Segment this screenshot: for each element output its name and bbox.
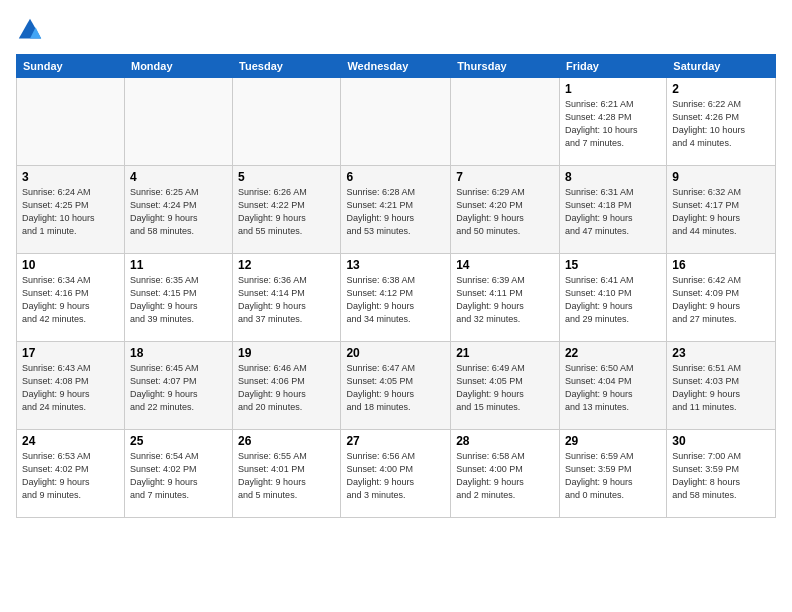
day-cell: 15Sunrise: 6:41 AMSunset: 4:10 PMDayligh… xyxy=(559,254,666,342)
day-cell: 21Sunrise: 6:49 AMSunset: 4:05 PMDayligh… xyxy=(451,342,560,430)
day-cell xyxy=(233,78,341,166)
day-number: 8 xyxy=(565,170,661,184)
day-info: Sunrise: 6:49 AMSunset: 4:05 PMDaylight:… xyxy=(456,362,554,414)
day-number: 16 xyxy=(672,258,770,272)
day-number: 14 xyxy=(456,258,554,272)
week-row-4: 17Sunrise: 6:43 AMSunset: 4:08 PMDayligh… xyxy=(17,342,776,430)
week-row-3: 10Sunrise: 6:34 AMSunset: 4:16 PMDayligh… xyxy=(17,254,776,342)
day-number: 25 xyxy=(130,434,227,448)
day-info: Sunrise: 6:54 AMSunset: 4:02 PMDaylight:… xyxy=(130,450,227,502)
day-info: Sunrise: 6:32 AMSunset: 4:17 PMDaylight:… xyxy=(672,186,770,238)
day-number: 15 xyxy=(565,258,661,272)
day-info: Sunrise: 6:29 AMSunset: 4:20 PMDaylight:… xyxy=(456,186,554,238)
day-number: 20 xyxy=(346,346,445,360)
week-row-1: 1Sunrise: 6:21 AMSunset: 4:28 PMDaylight… xyxy=(17,78,776,166)
day-info: Sunrise: 6:26 AMSunset: 4:22 PMDaylight:… xyxy=(238,186,335,238)
day-number: 3 xyxy=(22,170,119,184)
day-info: Sunrise: 6:28 AMSunset: 4:21 PMDaylight:… xyxy=(346,186,445,238)
day-cell: 30Sunrise: 7:00 AMSunset: 3:59 PMDayligh… xyxy=(667,430,776,518)
day-number: 1 xyxy=(565,82,661,96)
weekday-header-row: SundayMondayTuesdayWednesdayThursdayFrid… xyxy=(17,55,776,78)
day-cell: 29Sunrise: 6:59 AMSunset: 3:59 PMDayligh… xyxy=(559,430,666,518)
day-number: 22 xyxy=(565,346,661,360)
day-info: Sunrise: 6:55 AMSunset: 4:01 PMDaylight:… xyxy=(238,450,335,502)
day-info: Sunrise: 6:45 AMSunset: 4:07 PMDaylight:… xyxy=(130,362,227,414)
weekday-header-wednesday: Wednesday xyxy=(341,55,451,78)
day-info: Sunrise: 6:24 AMSunset: 4:25 PMDaylight:… xyxy=(22,186,119,238)
day-number: 4 xyxy=(130,170,227,184)
day-cell: 3Sunrise: 6:24 AMSunset: 4:25 PMDaylight… xyxy=(17,166,125,254)
day-info: Sunrise: 6:22 AMSunset: 4:26 PMDaylight:… xyxy=(672,98,770,150)
day-number: 2 xyxy=(672,82,770,96)
day-info: Sunrise: 6:34 AMSunset: 4:16 PMDaylight:… xyxy=(22,274,119,326)
day-cell: 25Sunrise: 6:54 AMSunset: 4:02 PMDayligh… xyxy=(124,430,232,518)
day-cell: 13Sunrise: 6:38 AMSunset: 4:12 PMDayligh… xyxy=(341,254,451,342)
day-info: Sunrise: 6:58 AMSunset: 4:00 PMDaylight:… xyxy=(456,450,554,502)
day-number: 19 xyxy=(238,346,335,360)
day-number: 26 xyxy=(238,434,335,448)
day-info: Sunrise: 6:41 AMSunset: 4:10 PMDaylight:… xyxy=(565,274,661,326)
day-cell: 8Sunrise: 6:31 AMSunset: 4:18 PMDaylight… xyxy=(559,166,666,254)
calendar: SundayMondayTuesdayWednesdayThursdayFrid… xyxy=(16,54,776,518)
weekday-header-sunday: Sunday xyxy=(17,55,125,78)
day-cell: 14Sunrise: 6:39 AMSunset: 4:11 PMDayligh… xyxy=(451,254,560,342)
day-info: Sunrise: 6:21 AMSunset: 4:28 PMDaylight:… xyxy=(565,98,661,150)
weekday-header-tuesday: Tuesday xyxy=(233,55,341,78)
day-number: 24 xyxy=(22,434,119,448)
day-cell: 1Sunrise: 6:21 AMSunset: 4:28 PMDaylight… xyxy=(559,78,666,166)
day-cell: 2Sunrise: 6:22 AMSunset: 4:26 PMDaylight… xyxy=(667,78,776,166)
weekday-header-saturday: Saturday xyxy=(667,55,776,78)
day-cell: 20Sunrise: 6:47 AMSunset: 4:05 PMDayligh… xyxy=(341,342,451,430)
day-number: 29 xyxy=(565,434,661,448)
day-info: Sunrise: 6:31 AMSunset: 4:18 PMDaylight:… xyxy=(565,186,661,238)
day-cell: 28Sunrise: 6:58 AMSunset: 4:00 PMDayligh… xyxy=(451,430,560,518)
day-cell: 26Sunrise: 6:55 AMSunset: 4:01 PMDayligh… xyxy=(233,430,341,518)
day-number: 12 xyxy=(238,258,335,272)
day-cell: 5Sunrise: 6:26 AMSunset: 4:22 PMDaylight… xyxy=(233,166,341,254)
day-number: 21 xyxy=(456,346,554,360)
day-number: 18 xyxy=(130,346,227,360)
day-number: 9 xyxy=(672,170,770,184)
day-info: Sunrise: 6:39 AMSunset: 4:11 PMDaylight:… xyxy=(456,274,554,326)
day-info: Sunrise: 6:50 AMSunset: 4:04 PMDaylight:… xyxy=(565,362,661,414)
day-number: 27 xyxy=(346,434,445,448)
day-number: 11 xyxy=(130,258,227,272)
weekday-header-thursday: Thursday xyxy=(451,55,560,78)
day-number: 28 xyxy=(456,434,554,448)
day-cell: 11Sunrise: 6:35 AMSunset: 4:15 PMDayligh… xyxy=(124,254,232,342)
day-cell: 16Sunrise: 6:42 AMSunset: 4:09 PMDayligh… xyxy=(667,254,776,342)
day-number: 30 xyxy=(672,434,770,448)
day-cell xyxy=(451,78,560,166)
day-number: 13 xyxy=(346,258,445,272)
day-cell: 18Sunrise: 6:45 AMSunset: 4:07 PMDayligh… xyxy=(124,342,232,430)
day-number: 10 xyxy=(22,258,119,272)
day-cell: 12Sunrise: 6:36 AMSunset: 4:14 PMDayligh… xyxy=(233,254,341,342)
week-row-5: 24Sunrise: 6:53 AMSunset: 4:02 PMDayligh… xyxy=(17,430,776,518)
day-number: 17 xyxy=(22,346,119,360)
day-info: Sunrise: 6:56 AMSunset: 4:00 PMDaylight:… xyxy=(346,450,445,502)
day-cell xyxy=(124,78,232,166)
day-number: 5 xyxy=(238,170,335,184)
day-cell xyxy=(17,78,125,166)
day-info: Sunrise: 6:53 AMSunset: 4:02 PMDaylight:… xyxy=(22,450,119,502)
header xyxy=(16,16,776,44)
day-cell: 10Sunrise: 6:34 AMSunset: 4:16 PMDayligh… xyxy=(17,254,125,342)
day-info: Sunrise: 6:51 AMSunset: 4:03 PMDaylight:… xyxy=(672,362,770,414)
day-cell: 23Sunrise: 6:51 AMSunset: 4:03 PMDayligh… xyxy=(667,342,776,430)
day-cell: 6Sunrise: 6:28 AMSunset: 4:21 PMDaylight… xyxy=(341,166,451,254)
day-cell: 7Sunrise: 6:29 AMSunset: 4:20 PMDaylight… xyxy=(451,166,560,254)
day-info: Sunrise: 6:43 AMSunset: 4:08 PMDaylight:… xyxy=(22,362,119,414)
logo xyxy=(16,16,48,44)
day-info: Sunrise: 6:36 AMSunset: 4:14 PMDaylight:… xyxy=(238,274,335,326)
day-info: Sunrise: 6:42 AMSunset: 4:09 PMDaylight:… xyxy=(672,274,770,326)
day-cell: 22Sunrise: 6:50 AMSunset: 4:04 PMDayligh… xyxy=(559,342,666,430)
day-number: 23 xyxy=(672,346,770,360)
day-number: 7 xyxy=(456,170,554,184)
logo-icon xyxy=(16,16,44,44)
day-cell: 4Sunrise: 6:25 AMSunset: 4:24 PMDaylight… xyxy=(124,166,232,254)
day-info: Sunrise: 6:59 AMSunset: 3:59 PMDaylight:… xyxy=(565,450,661,502)
weekday-header-monday: Monday xyxy=(124,55,232,78)
day-cell: 17Sunrise: 6:43 AMSunset: 4:08 PMDayligh… xyxy=(17,342,125,430)
day-info: Sunrise: 6:46 AMSunset: 4:06 PMDaylight:… xyxy=(238,362,335,414)
day-info: Sunrise: 6:35 AMSunset: 4:15 PMDaylight:… xyxy=(130,274,227,326)
